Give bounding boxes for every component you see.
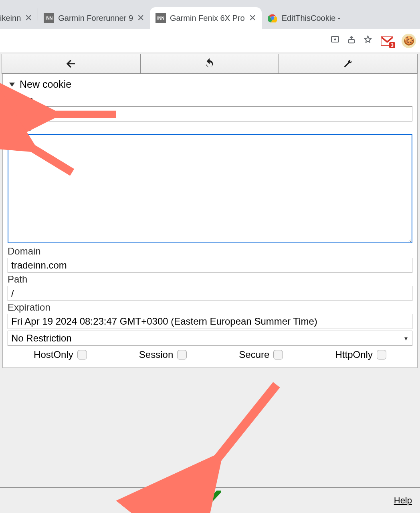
close-icon[interactable]: ✕ <box>25 13 32 23</box>
value-textarea[interactable] <box>8 134 412 243</box>
collapse-caret-icon <box>9 83 15 87</box>
restriction-select[interactable] <box>8 331 412 346</box>
label-path: Path <box>8 274 412 285</box>
httponly-checkbox[interactable]: HttpOnly <box>335 349 386 360</box>
hostonly-checkbox[interactable]: HostOnly <box>34 349 87 360</box>
label-value: Value <box>8 122 412 133</box>
browser-toolbar: 3 🍪 <box>0 29 420 53</box>
tab-1[interactable]: INN Garmin Forerunner 9 ✕ <box>38 7 150 29</box>
label-expiration: Expiration <box>8 302 412 313</box>
cookie-editor-panel: New cookie Name Value Domain Path Expira… <box>2 74 418 368</box>
secure-checkbox[interactable]: Secure <box>239 349 283 360</box>
gmail-extension-icon[interactable]: 3 <box>380 34 394 47</box>
back-button[interactable] <box>2 54 141 73</box>
tab-3[interactable]: EditThisCookie - <box>262 7 346 29</box>
label-domain: Domain <box>8 246 412 257</box>
site-favicon: INN <box>44 13 54 23</box>
tab-title: Garmin Fenix 6X Pro <box>170 14 245 23</box>
browser-tabstrip: ikeinn ✕ INN Garmin Forerunner 9 ✕ INN G… <box>0 0 420 29</box>
tab-title: ikeinn <box>0 14 21 23</box>
share-icon[interactable] <box>347 35 356 47</box>
label-name: Name <box>8 94 412 105</box>
tab-title: Garmin Forerunner 9 <box>58 14 133 23</box>
expiration-input[interactable] <box>8 314 412 329</box>
tab-title: EditThisCookie - <box>282 14 341 23</box>
section-header[interactable]: New cookie <box>8 77 412 93</box>
path-input[interactable] <box>8 286 412 301</box>
svg-line-6 <box>212 385 277 465</box>
extension-toolbar <box>2 54 418 74</box>
name-input[interactable] <box>8 106 412 121</box>
bottom-bar: Help <box>0 487 420 513</box>
bookmark-star-icon[interactable] <box>363 35 373 47</box>
editthiscookie-extension-icon[interactable]: 🍪 <box>402 34 416 48</box>
tab-0[interactable]: ikeinn ✕ <box>0 7 38 29</box>
close-icon[interactable]: ✕ <box>249 13 256 23</box>
flags-row: HostOnly Session Secure HttpOnly <box>8 349 412 360</box>
session-checkbox[interactable]: Session <box>139 349 187 360</box>
site-favicon: INN <box>155 13 166 23</box>
help-link[interactable]: Help <box>394 495 412 506</box>
settings-button[interactable] <box>279 54 417 73</box>
gmail-unread-badge: 3 <box>389 42 395 48</box>
chrome-favicon <box>267 13 278 23</box>
install-pwa-icon[interactable] <box>330 35 340 47</box>
svg-rect-2 <box>349 40 355 43</box>
section-title: New cookie <box>20 79 71 90</box>
annotation-arrow-confirm <box>200 381 289 479</box>
domain-input[interactable] <box>8 258 412 273</box>
close-icon[interactable]: ✕ <box>137 13 144 23</box>
reset-button[interactable] <box>141 54 279 73</box>
confirm-button[interactable] <box>199 491 221 511</box>
tab-2-active[interactable]: INN Garmin Fenix 6X Pro ✕ <box>150 7 262 29</box>
